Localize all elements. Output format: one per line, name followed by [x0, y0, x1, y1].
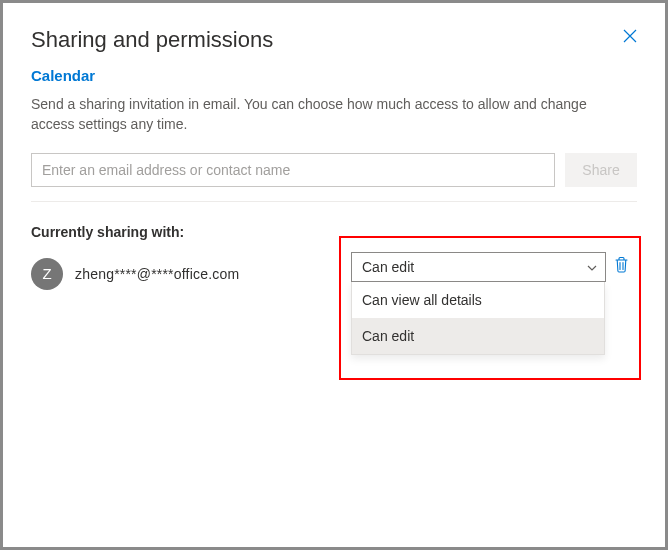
invite-row: Share — [31, 153, 637, 187]
permission-select[interactable]: Can edit — [351, 252, 606, 282]
calendar-description: Send a sharing invitation in email. You … — [31, 94, 631, 135]
permission-select-row: Can edit — [351, 252, 629, 282]
permission-selected-label: Can edit — [362, 259, 414, 275]
dialog-title: Sharing and permissions — [31, 27, 273, 53]
share-button[interactable]: Share — [565, 153, 637, 187]
remove-share-button[interactable] — [614, 256, 629, 277]
dialog-frame: Sharing and permissions Calendar Send a … — [0, 0, 668, 550]
avatar: Z — [31, 258, 63, 290]
permission-option-can-edit[interactable]: Can edit — [352, 318, 604, 354]
sharing-entry: Z zheng****@****office.com Can edit — [31, 258, 637, 290]
permission-highlight-box: Can edit Can view all details Can edit — [339, 236, 641, 380]
avatar-initial: Z — [42, 265, 51, 282]
close-icon[interactable] — [623, 29, 637, 46]
divider — [31, 201, 637, 202]
permission-dropdown: Can view all details Can edit — [351, 282, 605, 355]
contact-email: zheng****@****office.com — [75, 266, 239, 282]
permission-option-view-all[interactable]: Can view all details — [352, 282, 604, 318]
dialog-content: Sharing and permissions Calendar Send a … — [3, 3, 665, 290]
calendar-name[interactable]: Calendar — [31, 67, 637, 84]
header-row: Sharing and permissions — [31, 21, 637, 67]
email-input[interactable] — [31, 153, 555, 187]
chevron-down-icon — [587, 261, 597, 273]
